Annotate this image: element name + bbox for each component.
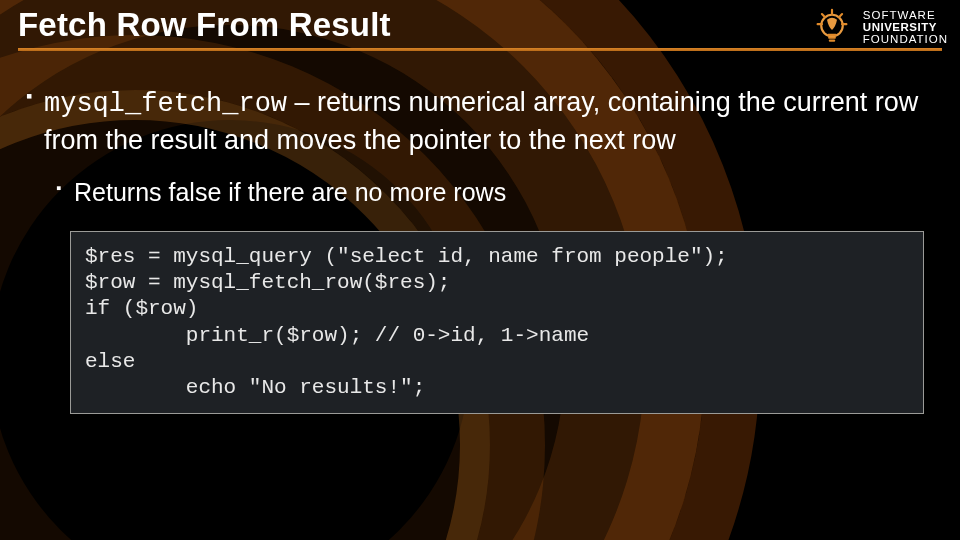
slide-body: mysql_fetch_row – returns numerical arra… — [0, 51, 960, 414]
brand-line-3: FOUNDATION — [863, 33, 948, 45]
inline-code: mysql_fetch_row — [44, 89, 287, 119]
bullet-level-2: Returns false if there are no more rows — [56, 176, 934, 209]
brand-logo: SOFTWARE UNIVERSITY FOUNDATION — [809, 4, 948, 50]
lightbulb-icon — [809, 4, 855, 50]
slide-title: Fetch Row From Result — [18, 6, 942, 44]
bullet-level-1: mysql_fetch_row – returns numerical arra… — [26, 85, 934, 158]
bullet-2-text: Returns false if there are no more rows — [74, 178, 506, 206]
brand-line-2: UNIVERSITY — [863, 21, 948, 33]
brand-name: SOFTWARE UNIVERSITY FOUNDATION — [863, 9, 948, 45]
code-block: $res = mysql_query ("select id, name fro… — [70, 231, 924, 415]
brand-line-1: SOFTWARE — [863, 9, 948, 21]
